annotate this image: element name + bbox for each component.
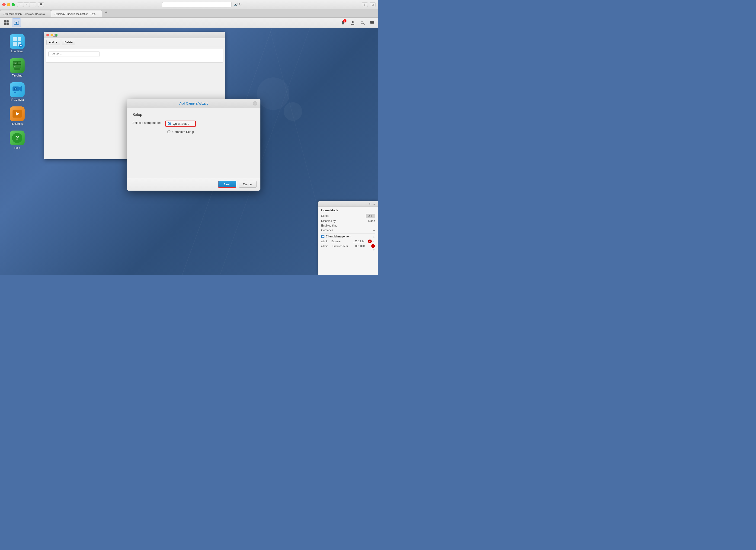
refresh-button[interactable]: ↻ — [239, 3, 242, 6]
modal-titlebar: Add Camera Wizard × — [127, 99, 260, 108]
svg-rect-3 — [6, 23, 9, 25]
quick-setup-label: Quick Setup — [173, 122, 189, 125]
tab-surveillance[interactable]: Synology Surveillance Station - SynRackS… — [51, 10, 102, 17]
setup-mode-row: Select a setup mode: Quick Setup Complet… — [132, 121, 255, 134]
main-content: Live View 02 03 Timeline — [0, 28, 378, 275]
traffic-lights — [2, 3, 15, 6]
close-window-button[interactable] — [2, 3, 6, 6]
browser-chrome: ← → ⋯ ☷ 192.168.1.210 🔊 ↻ ⇧ □ SynRackSta… — [0, 0, 378, 28]
svg-point-8 — [352, 21, 354, 23]
cancel-button[interactable]: Cancel — [239, 181, 257, 188]
svg-line-10 — [363, 23, 364, 25]
new-tab-button[interactable]: + — [103, 10, 109, 15]
grid-view-button[interactable] — [2, 18, 11, 27]
tab-synrackstation[interactable]: SynRackStation - Synology RackStation — [0, 10, 51, 17]
setup-options: Quick Setup Complete Setup — [165, 121, 196, 134]
quick-setup-radio[interactable] — [168, 122, 171, 125]
user-button[interactable] — [349, 19, 357, 27]
svg-rect-0 — [4, 20, 6, 22]
browser-tabs: SynRackStation - Synology RackStation Sy… — [0, 9, 378, 18]
modal-overlay: Add Camera Wizard × Setup Select a setup… — [0, 28, 378, 275]
address-bar: 192.168.1.210 🔊 ↻ — [44, 2, 359, 7]
reader-button[interactable]: ☷ — [38, 2, 44, 7]
minimize-window-button[interactable] — [7, 3, 10, 6]
svg-rect-11 — [370, 21, 374, 22]
notifications-button[interactable]: 1 — [339, 19, 347, 27]
list-view-button[interactable] — [368, 19, 376, 27]
forward-button[interactable]: → — [23, 2, 29, 7]
select-mode-label: Select a setup mode: — [132, 121, 161, 125]
search-button[interactable] — [359, 19, 366, 27]
browser-actions: ⇧ □ — [362, 2, 376, 7]
more-button[interactable]: ⋯ — [29, 2, 36, 7]
share-button[interactable]: ⇧ — [362, 2, 368, 7]
app-toolbar: 1 — [0, 18, 378, 28]
maximize-window-button[interactable] — [12, 3, 15, 6]
setup-section-title: Setup — [132, 113, 255, 117]
modal-close-button[interactable]: × — [253, 101, 257, 106]
svg-point-7 — [343, 24, 343, 25]
notification-count: 1 — [343, 19, 346, 22]
camera-view-button[interactable] — [12, 18, 21, 27]
svg-rect-1 — [6, 20, 9, 22]
toolbar-right: 1 — [339, 19, 376, 27]
svg-rect-13 — [370, 23, 374, 24]
quick-setup-option[interactable]: Quick Setup — [165, 121, 196, 127]
complete-setup-option[interactable]: Complete Setup — [165, 129, 196, 134]
complete-setup-radio[interactable] — [167, 130, 170, 133]
svg-rect-12 — [370, 22, 374, 23]
modal-body: Setup Select a setup mode: Quick Setup C… — [127, 108, 260, 178]
modal-title: Add Camera Wizard — [135, 102, 253, 105]
address-input[interactable]: 192.168.1.210 — [162, 2, 232, 7]
next-button[interactable]: Next — [218, 181, 236, 188]
svg-rect-2 — [4, 23, 6, 25]
modal-footer: Next Cancel — [127, 178, 260, 191]
volume-icon[interactable]: 🔊 — [234, 3, 238, 6]
new-tab-button[interactable]: □ — [370, 2, 376, 7]
back-button[interactable]: ← — [17, 2, 23, 7]
browser-title-bar: ← → ⋯ ☷ 192.168.1.210 🔊 ↻ ⇧ □ — [0, 0, 378, 9]
add-camera-wizard-dialog: Add Camera Wizard × Setup Select a setup… — [127, 99, 260, 191]
svg-point-6 — [16, 22, 17, 23]
complete-setup-label: Complete Setup — [172, 130, 194, 134]
